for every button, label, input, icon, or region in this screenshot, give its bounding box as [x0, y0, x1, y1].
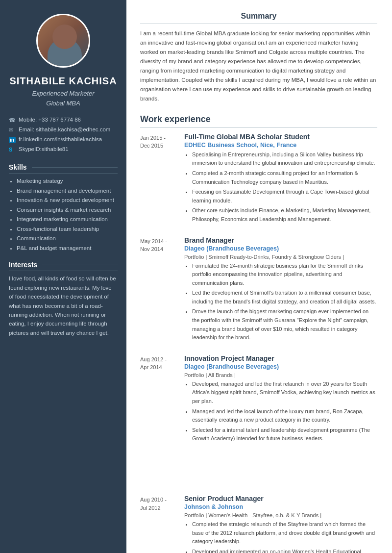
- work-dates-0: Jan 2015 - Dec 2015: [140, 133, 184, 226]
- work-entry-3: Aug 2010 - Jul 2012 Senior Product Manag…: [140, 495, 377, 553]
- skill-item: Brand management and development: [17, 186, 118, 196]
- skype-text: SkypeID:sithabile81: [19, 146, 69, 152]
- summary-section: Summary I am a recent full-time Global M…: [140, 12, 377, 103]
- contact-info: ☎ Mobile: +33 787 6774 86 ✉ Email: sitha…: [0, 117, 126, 163]
- bullets-0: Specialising in Entrepreneurship, includ…: [184, 151, 377, 224]
- skill-item: Cross-functional team leadership: [17, 225, 118, 234]
- work-entry-2: Aug 2012 - Apr 2014 Innovation Project M…: [140, 354, 377, 445]
- work-content-0: Full-Time Global MBA Scholar Student EDH…: [184, 133, 377, 226]
- bullet-item: Completed the strategic relaunch of the …: [192, 520, 377, 546]
- bullets-2: Developed, managed and led the first rel…: [184, 380, 377, 443]
- skill-item: Consumer insights & market research: [17, 205, 118, 215]
- linkedin-icon: in: [9, 137, 16, 143]
- skills-list: Marketing strategy Brand management and …: [9, 176, 118, 253]
- work-dates-2: Aug 2012 - Apr 2014: [140, 354, 184, 445]
- skill-item: Marketing strategy: [17, 176, 118, 186]
- bullet-item: Drove the launch of the biggest marketin…: [192, 307, 377, 342]
- bullets-3: Completed the strategic relaunch of the …: [184, 520, 377, 553]
- company-2: Diageo (Brandhouse Beverages): [184, 363, 377, 370]
- skype-icon: S: [9, 147, 16, 152]
- interests-text: I love food, all kinds of food so will o…: [9, 274, 118, 337]
- bullet-item: Focusing on Sustainable Development thro…: [192, 188, 377, 205]
- bullet-item: Developed, managed and led the first rel…: [192, 380, 377, 406]
- job-title-3: Senior Product Manager: [184, 495, 377, 503]
- skype-item: S SkypeID:sithabile81: [9, 146, 118, 152]
- company-1: Diageo (Brandhouse Beverages): [184, 245, 377, 252]
- work-content-2: Innovation Project Manager Diageo (Brand…: [184, 354, 377, 445]
- portfolio-2: Portfolio | All Brands |: [184, 372, 377, 378]
- bullet-item: Specialising in Entrepreneurship, includ…: [192, 151, 377, 168]
- skill-item: Integrated marketing communication: [17, 215, 118, 225]
- interests-section: Interests I love food, all kinds of food…: [0, 261, 126, 342]
- candidate-name: SITHABILE KACHISA: [1, 75, 124, 87]
- work-entry-0: Jan 2015 - Dec 2015 Full-Time Global MBA…: [140, 133, 377, 226]
- linkedin-text: fr.linkedin.com/in/sithabilekachisa: [19, 136, 102, 142]
- skill-item: Communication: [17, 234, 118, 244]
- company-3: Johnson & Johnson: [184, 503, 377, 510]
- candidate-title: Experienced Marketer Global MBA: [24, 89, 102, 108]
- bullet-item: Selected for a internal talent and leade…: [192, 426, 377, 443]
- portfolio-1: Portfolio | Smirnoff Ready-to-Drinks, Fo…: [184, 254, 377, 260]
- skills-section: Skills Marketing strategy Brand manageme…: [0, 163, 126, 258]
- email-icon: ✉: [9, 127, 16, 133]
- sidebar: SITHABILE KACHISA Experienced Marketer G…: [0, 0, 126, 553]
- work-experience-section: Work experience Jan 2015 - Dec 2015 Full…: [140, 114, 377, 553]
- skill-item: P&L and budget management: [17, 244, 118, 253]
- bullet-item: Completed a 2-month strategic consulting…: [192, 169, 377, 186]
- bullet-item: Formulated the 24-month strategic busine…: [192, 262, 377, 288]
- job-title-2: Innovation Project Manager: [184, 354, 377, 362]
- main-content: Summary I am a recent full-time Global M…: [126, 0, 392, 553]
- summary-text: I am a recent full-time Global MBA gradu…: [140, 29, 377, 103]
- phone-item: ☎ Mobile: +33 787 6774 86: [9, 117, 118, 124]
- bullets-1: Formulated the 24-month strategic busine…: [184, 262, 377, 342]
- work-entry-1: May 2014 - Nov 2014 Brand Manager Diageo…: [140, 236, 377, 344]
- avatar: [36, 14, 90, 68]
- phone-icon: ☎: [9, 117, 16, 124]
- company-0: EDHEC Business School, Nice, France: [184, 142, 377, 149]
- bullet-item: Led the development of Smirnoff's transi…: [192, 289, 377, 306]
- portfolio-3: Portfolio | Women's Health - Stayfree, o…: [184, 512, 377, 518]
- skills-title: Skills: [9, 163, 118, 174]
- work-content-3: Senior Product Manager Johnson & Johnson…: [184, 495, 377, 553]
- work-dates-1: May 2014 - Nov 2014: [140, 236, 184, 344]
- email-item: ✉ Email: sithabile.kachisa@edhec.com: [9, 126, 118, 133]
- work-dates-3: Aug 2010 - Jul 2012: [140, 495, 184, 553]
- work-content-1: Brand Manager Diageo (Brandhouse Beverag…: [184, 236, 377, 344]
- email-text: Email: sithabile.kachisa@edhec.com: [19, 126, 110, 132]
- skill-item: Innovation & new product development: [17, 196, 118, 205]
- summary-title: Summary: [140, 12, 377, 24]
- linkedin-item[interactable]: in fr.linkedin.com/in/sithabilekachisa: [9, 136, 118, 143]
- phone-text: Mobile: +33 787 6774 86: [19, 117, 81, 123]
- interests-title: Interests: [9, 261, 118, 271]
- job-title-1: Brand Manager: [184, 236, 377, 244]
- job-title-0: Full-Time Global MBA Scholar Student: [184, 133, 377, 141]
- work-experience-title: Work experience: [140, 114, 377, 128]
- bullet-item: Other core subjects include Finance, e-M…: [192, 206, 377, 224]
- bullet-item: Managed and led the local launch of the …: [192, 407, 377, 425]
- bullet-item: Developed and implemented an on-going Wo…: [192, 548, 377, 553]
